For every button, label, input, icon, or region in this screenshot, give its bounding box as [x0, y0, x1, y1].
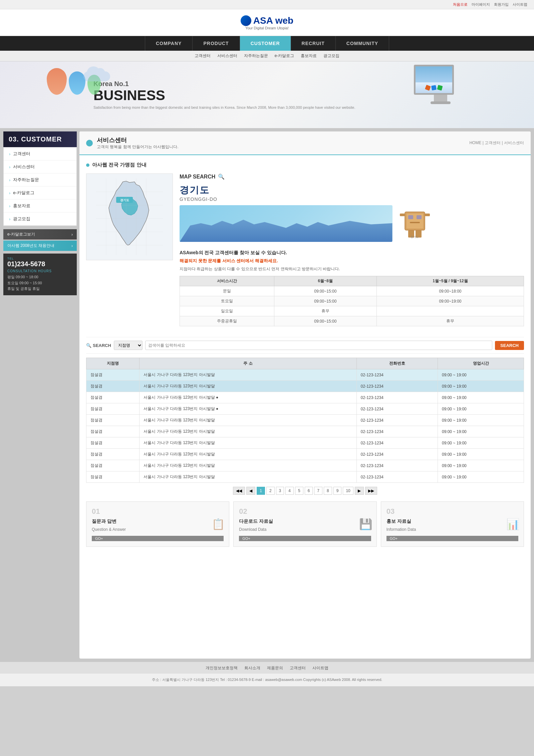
footer-nav-link[interactable]: 제품문의	[267, 666, 283, 670]
sidebar-link-recruit[interactable]: 아사웹 2008년도 채용안내 ›	[3, 241, 77, 251]
results-table: 지점명 주 소 전화번호 영업시간 점설겸서울시 가나구 다라동 123번지 아…	[86, 358, 524, 483]
nav-product[interactable]: PRODUCT	[193, 36, 240, 51]
subnav-item-4[interactable]: 홍보자료	[301, 53, 317, 59]
search-select[interactable]: 지점명 주소 전화번호	[114, 341, 143, 350]
table-row[interactable]: 점설겸서울시 가나구 다라동 123번지 아시발달02-123-123409:0…	[86, 471, 524, 483]
svg-rect-14	[408, 215, 413, 219]
results-header-2: 전화번호	[356, 358, 438, 369]
sidebar-phone: TEL 01)234-5678 CONSULTATION HOURS 평일 09…	[3, 254, 77, 295]
table-cell: 02-123-1234	[356, 426, 438, 437]
footer-nav-link[interactable]: 고객센터	[290, 666, 306, 670]
table-cell: 서울시 가나구 다라동 123번지 아시발달	[140, 460, 356, 471]
subnav-item-2[interactable]: 자주하는질문	[244, 53, 268, 59]
table-row[interactable]: 점설겸서울시 가나구 다라동 123번지 아시발달02-123-123409:0…	[86, 415, 524, 426]
subnav-item-5[interactable]: 광고모집	[323, 53, 339, 59]
table-row[interactable]: 점설겸서울시 가나구 다라동 123번지 아시발달02-123-123409:0…	[86, 369, 524, 381]
sidebar-item-4[interactable]: 홍보자료	[4, 200, 76, 213]
results-header-0: 지점명	[86, 358, 140, 369]
page-btn[interactable]: 10	[343, 487, 353, 495]
topbar-link-sitemap[interactable]: 사이트맵	[513, 2, 527, 7]
table-row[interactable]: 점설겸서울시 가나구 다라동 123번지 아시발달02-123-123409:0…	[86, 449, 524, 460]
page-btn[interactable]: 8	[324, 487, 332, 495]
page-btn[interactable]: ◀	[246, 487, 255, 495]
table-row[interactable]: 점설겸서울시 가나구 다라동 123번지 아시발달02-123-123409:0…	[86, 426, 524, 437]
table-cell: 점설겸	[86, 392, 140, 403]
svg-rect-15	[417, 215, 422, 219]
page-btn-active[interactable]: 1	[257, 487, 265, 495]
sidebar-item-3[interactable]: e-카달로그	[4, 186, 76, 200]
sidebar-item-0[interactable]: 고객센터	[4, 147, 76, 160]
monitor-stand	[434, 95, 447, 101]
bottom-box-1: 02 다운로드 자료실 Download Data GO+ 💾	[233, 501, 376, 547]
footer-text: 주소 : 서울특별시 가나구 다라동 123번지 Tel : 01234-567…	[7, 677, 527, 683]
subnav-item-3[interactable]: e-카달로그	[275, 53, 294, 59]
table-cell: 점설겸	[86, 403, 140, 415]
footer-nav-link[interactable]: 개인정보보호정책	[206, 666, 238, 670]
sidebar-item-2[interactable]: 자주하는질문	[4, 173, 76, 186]
search-button[interactable]: SEARCH	[495, 341, 524, 350]
cloud-decoration	[83, 71, 110, 81]
table-row[interactable]: 점설겸서울시 가나구 다라동 123번지 아시발달02-123-123409:0…	[86, 437, 524, 449]
box-go-button[interactable]: GO+	[386, 536, 518, 541]
logo-icon	[241, 15, 251, 26]
box-go-button[interactable]: GO+	[92, 536, 224, 541]
nav-customer[interactable]: CUSTOMER	[240, 36, 291, 51]
nav-recruit[interactable]: RECRUIT	[291, 36, 336, 51]
sidebar-item-1[interactable]: 서비스센터	[4, 160, 76, 173]
map-search-title: MAP SEARCH 🔍	[180, 173, 524, 180]
table-cell: 02-123-1234	[356, 392, 438, 403]
table-row[interactable]: 점설겸서울시 가나구 다라동 123번지 아시발달 ●02-123-123409…	[86, 403, 524, 415]
service-table-cell: 09:00~15:00	[274, 296, 376, 306]
page-btn[interactable]: 2	[266, 487, 275, 495]
page-btn[interactable]: 6	[305, 487, 313, 495]
search-input[interactable]	[145, 341, 492, 350]
nav-community[interactable]: COMMUNITY	[336, 36, 389, 51]
map-background: 경기도	[86, 173, 173, 260]
logo-area: ASA web Your Digital Dream Utopia!	[241, 15, 293, 30]
sidebar: 03. CUSTOMER 고객센터 서비스센터 자주하는질문 e-카달로그 홍보…	[3, 131, 77, 659]
info-main-text: ASAweb의 전국 고객센터를 찾아 보실 수 있습니다.	[180, 250, 524, 256]
page-btn[interactable]: ▶	[355, 487, 364, 495]
topbar-link-register[interactable]: 회원가입	[494, 2, 509, 7]
hero-desc: Satisfaction from being more than the bi…	[93, 105, 355, 109]
table-row[interactable]: 점설겸서울시 가나구 다라동 123번지 아시발달02-123-123409:0…	[86, 460, 524, 471]
service-table-cell: 일요일	[180, 306, 274, 316]
region-title-korean: 경기도	[180, 184, 524, 197]
info-orange-text: 해결되지 못한 문제를 서비스 센터에서 해결하세요.	[180, 258, 524, 264]
table-cell: 02-123-1234	[356, 381, 438, 392]
svg-rect-16	[410, 222, 420, 223]
table-cell: 02-123-1234	[356, 449, 438, 460]
subnav-item-1[interactable]: 서비스센터	[217, 53, 237, 59]
table-cell: 서울시 가나구 다라동 123번지 아시발달	[140, 449, 356, 460]
table-cell: 점설겸	[86, 415, 140, 426]
box-go-button[interactable]: GO+	[239, 536, 371, 541]
service-table-cell: 토요일	[180, 296, 274, 306]
monitor-screen	[414, 65, 454, 95]
footer-nav-link[interactable]: 사이트맵	[312, 666, 328, 670]
topbar-link-home[interactable]: 처음으로	[453, 2, 468, 7]
page-btn[interactable]: 7	[314, 487, 322, 495]
nav-company[interactable]: COMPANY	[145, 36, 193, 51]
page-btn[interactable]: ◀◀	[233, 487, 245, 495]
table-row[interactable]: 점설겸서울시 가나구 다라동 123번지 아시발달02-123-123409:0…	[86, 381, 524, 392]
table-row[interactable]: 점설겸서울시 가나구 다라동 123번지 아시발달 ●02-123-123409…	[86, 392, 524, 403]
sidebar-link-catalog[interactable]: e-카달로그보기 ›	[3, 229, 77, 240]
service-table-cell: 주중공휴일	[180, 316, 274, 326]
subnav-item-0[interactable]: 고객센터	[195, 53, 211, 59]
table-cell: 점설겸	[86, 449, 140, 460]
page-btn[interactable]: 4	[285, 487, 294, 495]
arrow-icon: ›	[71, 244, 73, 248]
page-btn[interactable]: 9	[333, 487, 342, 495]
sidebar-item-5[interactable]: 광고모집	[4, 213, 76, 226]
section-title: 아사웹 전국 가맹점 안내	[86, 162, 524, 168]
map-container: 경기도	[86, 173, 173, 330]
page-btn[interactable]: 5	[295, 487, 303, 495]
footer-nav-link[interactable]: 회사소개	[244, 666, 260, 670]
table-cell: 서울시 가나구 다라동 123번지 아시발달	[140, 437, 356, 449]
page-btn[interactable]: ▶▶	[365, 487, 377, 495]
region-title-roman: GYEONGGI-DO	[180, 197, 524, 202]
table-cell: 서울시 가나구 다라동 123번지 아시발달	[140, 369, 356, 381]
page-btn[interactable]: 3	[276, 487, 284, 495]
topbar-link-mypage[interactable]: 마이페이지	[472, 2, 490, 7]
circle-orange	[47, 68, 67, 95]
